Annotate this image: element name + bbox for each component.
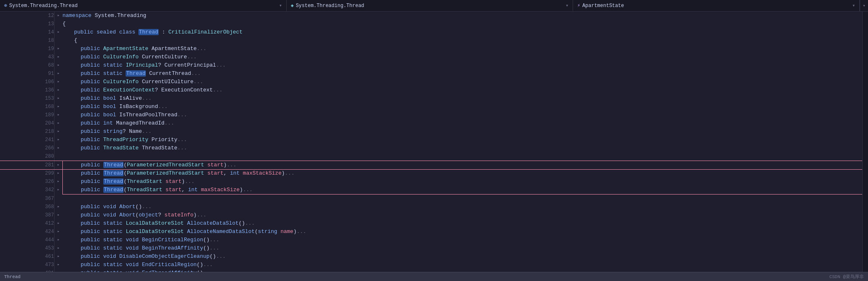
fold-icon[interactable]: ▸	[54, 169, 62, 178]
line-number: 12	[0, 12, 54, 20]
table-row: 218 ▸ public string? Name...	[0, 127, 862, 136]
table-row: 189 ▸ public bool IsThreadPoolThread...	[0, 111, 862, 119]
type-icon: ◈	[291, 2, 294, 9]
code-line: public ThreadPriority Priority...	[62, 136, 862, 144]
code-line: public ExecutionContext? ExecutionContex…	[62, 86, 862, 94]
code-line: public static void BeginThreadAffinity()…	[62, 244, 862, 252]
fold-icon	[54, 20, 62, 28]
fold-icon[interactable]: ▸	[54, 103, 62, 111]
table-row: 461 ▸ public void DisableComObjectEagerC…	[0, 252, 862, 261]
fold-icon[interactable]: ▸	[54, 261, 62, 269]
line-number: 326	[0, 178, 54, 186]
fold-icon	[54, 195, 62, 203]
code-line: public static IPrincipal? CurrentPrincip…	[62, 61, 862, 70]
table-row: 424 ▸ public static LocalDataStoreSlot A…	[0, 228, 862, 236]
table-row: 18 {	[0, 36, 862, 45]
table-row: 299 ▸ public Thread(ParameterizedThreadS…	[0, 169, 862, 178]
fold-icon	[54, 152, 62, 161]
line-number: 14	[0, 28, 54, 36]
table-row: 342 ▸ public Thread(ThreadStart start, i…	[0, 186, 862, 195]
table-row: 204 ▸ public int ManagedThreadId...	[0, 119, 862, 127]
fold-icon[interactable]: ▸	[54, 70, 62, 78]
table-row: 106 ▸ public CultureInfo CurrentUICultur…	[0, 78, 862, 86]
fold-icon[interactable]: ▸	[54, 203, 62, 211]
line-number: 218	[0, 127, 54, 136]
status-thread: Thread	[4, 274, 21, 279]
line-number: 473	[0, 261, 54, 269]
code-line: public Thread(ParameterizedThreadStart s…	[62, 169, 862, 178]
table-row: 453 ▸ public static void BeginThreadAffi…	[0, 244, 862, 252]
fold-icon[interactable]: ▸	[54, 244, 62, 252]
line-number: 444	[0, 236, 54, 244]
code-line	[62, 195, 862, 203]
line-number: 299	[0, 169, 54, 178]
code-line: public void DisableComObjectEagerCleanup…	[62, 252, 862, 261]
fold-icon[interactable]: ▸	[54, 94, 62, 103]
breadcrumb-segment-1[interactable]: ⊕ System.Threading.Thread ▾	[0, 0, 287, 11]
member-icon: ⚡	[577, 2, 580, 9]
breadcrumb-3-text: ApartmentState	[583, 3, 624, 9]
fold-icon[interactable]: ▸	[54, 252, 62, 261]
namespace-icon: ⊕	[4, 2, 7, 9]
line-number: 19	[0, 45, 54, 53]
line-number: 43	[0, 53, 54, 61]
table-row: 153 ▸ public bool IsAlive...	[0, 94, 862, 103]
fold-icon[interactable]: ▸	[54, 211, 62, 219]
line-number: 13	[0, 20, 54, 28]
fold-icon[interactable]: ▸	[54, 111, 62, 119]
chevron-down-icon-1: ▾	[279, 2, 282, 9]
fold-icon[interactable]: ▸	[54, 178, 62, 186]
fold-icon[interactable]: ▸	[54, 144, 62, 152]
fold-icon[interactable]: ▸	[54, 28, 62, 36]
code-line: public bool IsAlive...	[62, 94, 862, 103]
code-line: public static LocalDataStoreSlot Allocat…	[62, 228, 862, 236]
code-line: public Thread(ParameterizedThreadStart s…	[62, 161, 862, 170]
table-row: 368 ▸ public void Abort()...	[0, 203, 862, 211]
fold-icon[interactable]: ▸	[54, 78, 62, 86]
fold-icon[interactable]: ▸	[54, 127, 62, 136]
table-row: 12 ▸ namespace System.Threading	[0, 12, 862, 20]
line-number: 136	[0, 86, 54, 94]
code-line: namespace System.Threading	[62, 12, 862, 20]
fold-icon[interactable]: ▸	[54, 12, 62, 20]
scrollbar[interactable]	[862, 12, 868, 272]
chevron-down-icon-3: ▾	[852, 2, 855, 9]
code-line: public ThreadState ThreadState...	[62, 144, 862, 152]
fold-icon[interactable]: ▸	[54, 228, 62, 236]
line-number: 241	[0, 136, 54, 144]
fold-icon[interactable]: ▸	[54, 86, 62, 94]
fold-icon[interactable]: ▸	[54, 219, 62, 228]
breadcrumb-1-text: System.Threading.Thread	[9, 3, 78, 9]
chevron-down-icon-2: ▾	[566, 2, 568, 9]
line-number: 481	[0, 269, 54, 272]
code-line: public string? Name...	[62, 127, 862, 136]
fold-icon[interactable]: ▸	[54, 45, 62, 53]
expand-button[interactable]: ▾	[860, 0, 868, 11]
table-row: 19 ▸ public ApartmentState ApartmentStat…	[0, 45, 862, 53]
code-table: 12 ▸ namespace System.Threading 13 { 14 …	[0, 12, 862, 272]
breadcrumb-2-text: System.Threading.Thread	[296, 3, 364, 9]
fold-icon[interactable]: ▸	[54, 119, 62, 127]
code-line: public bool IsBackground...	[62, 103, 862, 111]
code-line: public void Abort()...	[62, 203, 862, 211]
fold-icon[interactable]: ▸	[54, 161, 62, 170]
code-line: public Thread(ThreadStart start)...	[62, 178, 862, 186]
line-number: 204	[0, 119, 54, 127]
table-row: 367	[0, 195, 862, 203]
breadcrumb-segment-2[interactable]: ◈ System.Threading.Thread ▾	[287, 0, 573, 11]
fold-icon[interactable]: ▸	[54, 186, 62, 195]
breadcrumb-segment-3[interactable]: ⚡ ApartmentState ▾	[573, 0, 860, 11]
table-row: 412 ▸ public static LocalDataStoreSlot A…	[0, 219, 862, 228]
fold-icon[interactable]: ▸	[54, 61, 62, 70]
table-row: 387 ▸ public void Abort(object? stateInf…	[0, 211, 862, 219]
fold-icon[interactable]: ▸	[54, 269, 62, 272]
fold-icon[interactable]: ▸	[54, 136, 62, 144]
code-line: public ApartmentState ApartmentState...	[62, 45, 862, 53]
line-number: 106	[0, 78, 54, 86]
fold-icon[interactable]: ▸	[54, 236, 62, 244]
line-number: 342	[0, 186, 54, 195]
fold-icon[interactable]: ▸	[54, 53, 62, 61]
line-number: 153	[0, 94, 54, 103]
code-line	[62, 152, 862, 161]
code-line: public static void EndCriticalRegion()..…	[62, 261, 862, 269]
